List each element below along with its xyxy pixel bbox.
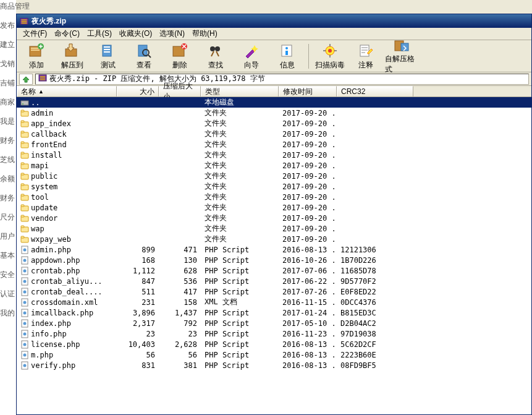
col-name[interactable]: 名称▲ [17, 86, 117, 96]
table-row[interactable]: callback文件夹2017-09-20 ... [17, 129, 531, 139]
file-modified: 2017-09-20 ... [279, 225, 337, 233]
svg-rect-60 [21, 205, 24, 207]
toolbar-separator [308, 44, 309, 69]
table-row[interactable]: crontab.php1,112628PHP Script2017-07-06 … [17, 265, 531, 276]
table-row[interactable]: app_index文件夹2017-09-20 ... [17, 118, 531, 129]
toolbar-extract[interactable]: 解压到 [55, 41, 90, 71]
svg-line-22 [216, 51, 219, 56]
table-row[interactable]: crontab_deal....511417PHP Script2017-07-… [17, 286, 531, 297]
toolbar-info[interactable]: 信息 [270, 41, 305, 71]
file-icon [20, 330, 29, 338]
app-icon [19, 16, 29, 26]
menu-file[interactable]: 文件(F) [19, 27, 51, 40]
svg-point-40 [22, 103, 23, 105]
path-box[interactable]: 夜火秀.zip - ZIP 压缩文件, 解包大小为 63,119,378 字节 [35, 74, 529, 85]
folder-icon [20, 225, 29, 233]
table-row[interactable]: crossdomain.xml231158XML 文档2016-11-15 ..… [17, 297, 531, 307]
toolbar-find[interactable]: 查找 [198, 41, 233, 71]
bg-label: 戈销 [0, 58, 16, 77]
menu-fav[interactable]: 收藏夹(O) [116, 27, 156, 40]
table-row[interactable]: admin.php899471PHP Script2016-08-13 ...1… [17, 244, 531, 255]
table-row[interactable]: info.php2323PHP Script2016-11-23 ...97D1… [17, 328, 531, 339]
file-name: vendor [31, 214, 57, 223]
file-list[interactable]: .. 本地磁盘 admin文件夹2017-09-20 ...app_index文… [17, 97, 531, 414]
table-row[interactable]: m.php5656PHP Script2016-08-13 ...2223B60… [17, 349, 531, 360]
toolbar-virus[interactable]: 扫描病毒 [313, 41, 347, 71]
svg-rect-62 [21, 215, 24, 217]
bg-label: 认证 [0, 288, 16, 307]
file-size: 899 [117, 246, 159, 254]
col-mod[interactable]: 修改时间 [279, 86, 337, 96]
bg-label: 尺分 [0, 211, 16, 230]
file-packed: 56 [159, 351, 201, 359]
table-row[interactable]: public文件夹2017-09-20 ... [17, 171, 531, 181]
file-type: PHP Script [201, 267, 279, 275]
file-modified: 2017-09-20 ... [279, 109, 337, 118]
file-type: XML 文档 [201, 297, 279, 307]
table-row[interactable]: mapi文件夹2017-09-20 ... [17, 160, 531, 171]
table-row[interactable]: verify.php831381PHP Script2016-08-13 ...… [17, 360, 531, 370]
file-size: 23 [117, 330, 159, 338]
file-packed: 792 [159, 319, 201, 328]
file-modified: 2017-09-20 ... [279, 214, 337, 223]
svg-point-74 [23, 280, 27, 283]
table-row[interactable]: install文件夹2017-09-20 ... [17, 150, 531, 160]
file-crc: 97D19038 [337, 330, 413, 338]
folder-icon [20, 130, 29, 139]
table-row[interactable]: license.php10,4032,628PHP Script2016-08-… [17, 339, 531, 349]
comment-icon [357, 42, 374, 59]
table-row[interactable]: crontab_aliyu...847536PHP Script2017-06-… [17, 276, 531, 286]
table-row[interactable]: wxpay_web文件夹2017-09-20 ... [17, 234, 531, 244]
folder-icon [20, 151, 29, 160]
col-size[interactable]: 大小 [117, 86, 159, 96]
col-crc[interactable]: CRC32 [337, 86, 413, 96]
background-app-sidebar: 商品管理发布建立戈销吉铺商家我是财务芝线余额财务尺分用户基本安全认证我的 [0, 0, 16, 415]
file-name: crontab.php [31, 267, 80, 275]
table-row[interactable]: tool文件夹2017-09-20 ... [17, 192, 531, 202]
file-type: 文件夹 [201, 108, 279, 118]
menu-cmd[interactable]: 命令(C) [51, 27, 83, 40]
svg-point-78 [23, 301, 27, 304]
toolbar-view[interactable]: 查看 [127, 41, 161, 71]
file-name: update [31, 203, 57, 212]
titlebar[interactable]: 夜火秀.zip [17, 14, 531, 28]
toolbar-wizard[interactable]: 向导 [234, 41, 269, 71]
menu-opt[interactable]: 选项(N) [156, 27, 188, 40]
table-row[interactable]: vendor文件夹2017-09-20 ... [17, 213, 531, 223]
menu-help[interactable]: 帮助(H) [188, 27, 221, 40]
delete-icon [171, 42, 188, 59]
find-icon [207, 42, 224, 59]
file-modified: 2017-07-06 ... [279, 267, 337, 275]
virus-icon [321, 42, 339, 59]
col-type[interactable]: 类型 [201, 86, 279, 96]
svg-rect-44 [21, 121, 24, 122]
table-row[interactable]: wap文件夹2017-09-20 ... [17, 223, 531, 234]
file-modified: 2017-01-24 ... [279, 309, 337, 317]
toolbar-comment[interactable]: 注释 [348, 41, 383, 71]
file-crc: 9D5770F2 [337, 277, 413, 286]
table-row[interactable]: system文件夹2017-09-20 ... [17, 181, 531, 192]
toolbar-delete[interactable]: 删除 [163, 41, 197, 71]
toolbar-test[interactable]: 测试 [91, 41, 125, 71]
table-row[interactable]: frontEnd文件夹2017-09-20 ... [17, 139, 531, 150]
toolbar-add[interactable]: 添加 [19, 41, 54, 71]
file-packed: 417 [159, 288, 201, 296]
bg-label: 安全 [0, 268, 16, 288]
bg-label: 吉铺 [0, 77, 16, 96]
toolbar-sfx[interactable]: 自解压格式 [384, 41, 419, 71]
table-row[interactable]: update文件夹2017-09-20 ... [17, 202, 531, 213]
table-row[interactable]: appdown.php168130PHP Script2016-10-26 ..… [17, 255, 531, 265]
file-icon [20, 361, 29, 370]
col-packed[interactable]: 压缩后大小 [159, 86, 201, 96]
table-row[interactable]: imcallback.php3,8961,437PHP Script2017-0… [17, 307, 531, 318]
file-name: mapi [31, 161, 49, 170]
folder-icon [20, 161, 29, 170]
table-row[interactable]: index.php2,317792PHP Script2017-05-10 ..… [17, 318, 531, 328]
file-name: admin [31, 109, 53, 118]
parent-row[interactable]: .. 本地磁盘 [17, 97, 531, 108]
file-modified: 2016-10-26 ... [279, 256, 337, 265]
table-row[interactable]: admin文件夹2017-09-20 ... [17, 108, 531, 118]
menu-tool[interactable]: 工具(S) [83, 27, 116, 40]
up-button[interactable] [19, 74, 33, 85]
svg-point-86 [23, 343, 27, 346]
